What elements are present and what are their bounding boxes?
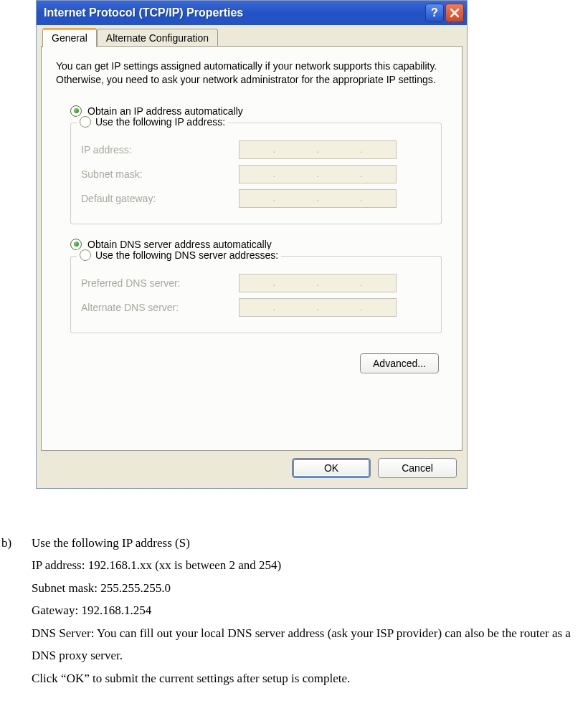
default-gateway-input[interactable]: . . .	[239, 189, 397, 208]
instruction-line: DNS Server: You can fill out your local …	[32, 622, 578, 667]
cancel-button[interactable]: Cancel	[378, 458, 457, 478]
alternate-dns-label: Alternate DNS server:	[81, 302, 239, 313]
radio-label: Obtain an IP address automatically	[87, 105, 243, 117]
subnet-mask-label: Subnet mask:	[81, 168, 239, 180]
radio-icon	[70, 239, 82, 250]
alternate-dns-input[interactable]: . . .	[239, 298, 397, 317]
radio-icon	[70, 105, 82, 117]
instruction-line: Use the following IP address (S)	[32, 532, 578, 554]
tab-alternate[interactable]: Alternate Configuration	[97, 29, 218, 47]
tab-general[interactable]: General	[42, 28, 97, 47]
instruction-line: Click “OK” to submit the current setting…	[32, 667, 578, 689]
radio-obtain-ip-auto[interactable]: Obtain an IP address automatically	[70, 105, 447, 117]
dialog-button-bar: OK Cancel	[41, 451, 463, 481]
description-text: You can get IP settings assigned automat…	[56, 59, 447, 87]
list-marker: b)	[0, 532, 32, 689]
help-icon[interactable]: ?	[425, 4, 444, 22]
ip-address-input[interactable]: . . .	[239, 140, 397, 159]
tabpanel-general: You can get IP settings assigned automat…	[41, 46, 463, 451]
radio-use-ip[interactable]	[80, 116, 91, 128]
radio-label: Obtain DNS server address automatically	[87, 239, 272, 250]
window-title: Internet Protocol (TCP/IP) Properties	[44, 6, 424, 19]
group-use-dns: Use the following DNS server addresses: …	[70, 256, 442, 333]
close-icon[interactable]	[445, 4, 464, 22]
instruction-line: IP address: 192.168.1.xx (xx is between …	[32, 554, 578, 576]
instruction-line: Gateway: 192.168.1.254	[32, 599, 578, 621]
instruction-block: b) Use the following IP address (S) IP a…	[0, 532, 588, 689]
tcpip-properties-dialog: Internet Protocol (TCP/IP) Properties ? …	[36, 0, 468, 489]
radio-use-dns-label: Use the following DNS server addresses:	[95, 249, 278, 261]
radio-use-ip-label: Use the following IP address:	[95, 116, 225, 128]
subnet-mask-input[interactable]: . . .	[239, 165, 397, 183]
ok-button[interactable]: OK	[292, 458, 371, 478]
radio-obtain-dns-auto[interactable]: Obtain DNS server address automatically	[70, 239, 447, 250]
advanced-button[interactable]: Advanced...	[360, 353, 439, 373]
preferred-dns-input[interactable]: . . .	[239, 274, 397, 292]
instruction-line: Subnet mask: 255.255.255.0	[32, 577, 578, 599]
tabstrip: General Alternate Configuration	[41, 28, 463, 47]
default-gateway-label: Default gateway:	[81, 193, 239, 204]
ip-address-label: IP address:	[81, 144, 239, 156]
tab-alternate-label: Alternate Configuration	[106, 32, 209, 44]
titlebar[interactable]: Internet Protocol (TCP/IP) Properties ?	[37, 1, 467, 25]
tab-general-label: General	[52, 32, 87, 44]
group-use-ip: Use the following IP address: IP address…	[70, 123, 442, 224]
radio-use-dns[interactable]	[80, 249, 91, 261]
preferred-dns-label: Preferred DNS server:	[81, 277, 239, 289]
